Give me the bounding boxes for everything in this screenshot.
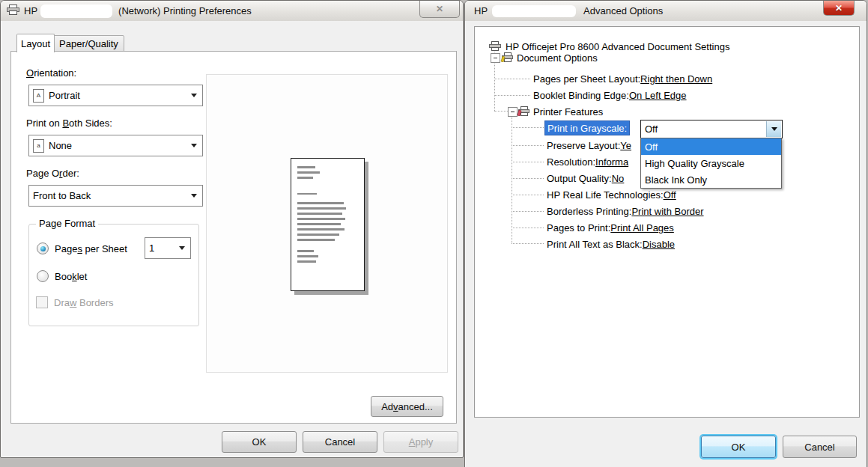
ok-button[interactable]: OK — [222, 431, 297, 453]
printing-preferences-dialog: HP (Network) Printing Preferences ✕ Pape… — [0, 0, 464, 458]
orientation-label: Orientation: — [26, 67, 76, 79]
pages-per-sheet-count: 1 — [149, 242, 154, 254]
tree-connector — [512, 127, 544, 128]
settings-tree-panel: HP Officejet Pro 8600 Advanced Document … — [474, 26, 860, 418]
pages-per-sheet-option[interactable]: Pages per Sheet — [37, 242, 127, 254]
grayscale-combobox[interactable]: Off — [640, 120, 783, 138]
tree-item-value[interactable]: Print All Pages — [610, 222, 674, 234]
orientation-value: Portrait — [49, 90, 80, 101]
tree-item: Booklet Binding Edge: On Left Edge — [533, 89, 687, 102]
redacted-text — [492, 5, 576, 17]
tree-item-document-options: Document Options — [500, 52, 598, 64]
right-titlebar[interactable]: HP Advanced Options ✕ — [465, 1, 867, 21]
both-sides-label: Print on Both Sides: — [26, 117, 112, 129]
dropdown-option-high-quality-grayscale[interactable]: High Quality Grayscale — [641, 155, 781, 171]
window-title: Advanced Options — [583, 5, 663, 16]
chevron-down-icon[interactable] — [766, 121, 781, 137]
chevron-down-icon — [191, 94, 197, 97]
tree-connector — [512, 178, 544, 179]
tree-connector — [512, 211, 544, 212]
printer-icon — [489, 41, 501, 53]
tree-item-value[interactable]: On Left Edge — [629, 90, 687, 101]
layout-tab-page: Orientation: A Portrait Print on Both Si… — [10, 51, 457, 424]
page-order-select[interactable]: Front to Back — [28, 185, 203, 207]
window-title: (Network) Printing Preferences — [118, 5, 252, 16]
apply-button: Apply — [383, 431, 458, 453]
window-title-prefix: HP — [474, 5, 488, 16]
printer-icon — [7, 4, 19, 17]
tree-item-value[interactable]: Right then Down — [640, 73, 712, 85]
document-preview-page — [291, 158, 365, 291]
portrait-page-icon: A — [33, 89, 44, 103]
tree-item: Output Quality: No — [547, 172, 624, 185]
advanced-button[interactable]: Advanced... — [371, 396, 443, 417]
page-order-value: Front to Back — [33, 190, 91, 201]
advanced-options-dialog: HP Advanced Options ✕ HP Officejet Pro 8… — [464, 0, 867, 467]
cancel-button[interactable]: Cancel — [303, 431, 377, 453]
tree-item: HP Real Life Technologies: Off — [547, 189, 676, 201]
dropdown-option-black-ink-only[interactable]: Black Ink Only — [641, 171, 781, 188]
booklet-option[interactable]: Booklet — [37, 270, 87, 282]
collapse-icon[interactable] — [491, 53, 500, 63]
tree-connector — [512, 195, 544, 195]
tree-item-value[interactable]: No — [612, 173, 625, 184]
tree-connector — [494, 79, 530, 79]
page-format-group: Page Format Pages per Sheet 1 Booklet Dr… — [28, 224, 199, 326]
tree-connector — [494, 95, 530, 96]
close-icon[interactable]: ✕ — [419, 1, 460, 18]
print-preview-panel — [206, 74, 448, 373]
tree-item-value[interactable]: Ye — [620, 140, 631, 151]
window-title-prefix: HP — [24, 5, 37, 16]
tree-connector — [512, 115, 512, 243]
radio-selected-icon[interactable] — [37, 242, 49, 254]
both-sides-select[interactable]: a None — [28, 135, 203, 156]
tree-connector — [512, 162, 544, 162]
draw-borders-option: Draw Borders — [36, 296, 113, 308]
left-titlebar[interactable]: HP (Network) Printing Preferences ✕ — [1, 1, 463, 21]
tree-item-value[interactable]: Off — [664, 189, 676, 201]
tree-item-value[interactable]: Informa — [595, 156, 628, 168]
tree-item-printer-features: Printer Features — [517, 106, 603, 118]
tree-item-value[interactable]: Disable — [643, 239, 675, 250]
printer-features-icon — [517, 106, 529, 118]
tree-item-print-in-grayscale[interactable]: Print in Grayscale: — [544, 120, 630, 135]
chevron-down-icon — [191, 144, 197, 147]
page-format-title: Page Format — [36, 218, 98, 229]
cancel-button[interactable]: Cancel — [783, 436, 857, 458]
grayscale-dropdown-list: Off High Quality Grayscale Black Ink Onl… — [640, 138, 782, 189]
pages-per-sheet-label: Pages per Sheet — [55, 243, 127, 254]
tree-item: Pages to Print: Print All Pages — [547, 222, 674, 234]
ok-button[interactable]: OK — [701, 436, 776, 458]
grayscale-value: Off — [645, 123, 658, 135]
tree-item: Print All Text as Black: Disable — [547, 238, 675, 251]
tree-item: Borderless Printing: Print with Border — [547, 205, 704, 218]
document-options-icon — [500, 52, 513, 64]
tree-item-value[interactable]: Print with Border — [631, 206, 703, 217]
tab-layout[interactable]: Layout — [16, 34, 55, 52]
draw-borders-label: Draw Borders — [54, 297, 113, 308]
orientation-select[interactable]: A Portrait — [28, 85, 203, 106]
tab-paper-quality[interactable]: Paper/Quality — [53, 35, 124, 52]
radio-icon[interactable] — [37, 270, 49, 282]
tree-connector — [512, 243, 544, 244]
dropdown-option-off[interactable]: Off — [641, 138, 781, 155]
duplex-page-icon: a — [33, 139, 44, 153]
tree-item: Preserve Layout: Ye — [547, 139, 631, 152]
tree-connector — [494, 111, 508, 112]
booklet-label: Booklet — [55, 271, 87, 282]
tree-connector — [512, 228, 544, 228]
tree-connector — [512, 145, 544, 146]
both-sides-value: None — [49, 140, 72, 151]
redacted-text — [40, 4, 112, 18]
page-order-label: Page Order: — [26, 168, 79, 179]
checkbox-icon — [36, 296, 48, 308]
tree-item: Resolution: Informa — [547, 156, 628, 168]
close-icon[interactable]: ✕ — [823, 1, 855, 16]
chevron-down-icon — [191, 194, 197, 198]
chevron-down-icon — [179, 246, 185, 250]
pages-per-sheet-count-select[interactable]: 1 — [145, 237, 191, 259]
tree-item: Pages per Sheet Layout: Right then Down — [533, 73, 712, 85]
